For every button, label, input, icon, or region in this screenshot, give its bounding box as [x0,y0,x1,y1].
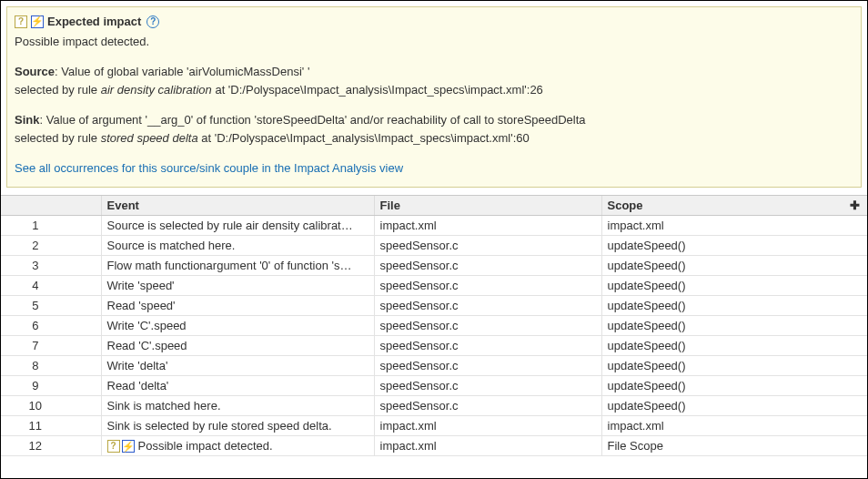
row-file: speedSensor.c [374,375,601,395]
row-scope: updateSpeed() [601,395,867,415]
row-file: speedSensor.c [374,395,601,415]
row-scope: impact.xml [601,415,867,435]
row-number: 4 [1,275,101,295]
table-row[interactable]: 3Flow math functionargument '0' of funct… [1,255,867,275]
row-file: speedSensor.c [374,295,601,315]
see-occurrences-link[interactable]: See all occurrences for this source/sink… [15,159,403,178]
table-row[interactable]: 10Sink is matched here.speedSensor.cupda… [1,395,867,415]
events-table: Event File Scope 1Source is selected by … [1,195,867,457]
row-number: 2 [1,235,101,255]
table-row[interactable]: 9Read 'delta'speedSensor.cupdateSpeed() [1,375,867,395]
row-event: Sink is selected by rule stored speed de… [101,415,374,435]
row-event-text: Possible impact detected. [138,439,273,453]
col-num[interactable] [1,195,101,215]
row-scope: updateSpeed() [601,375,867,395]
source-rule-prefix: selected by rule [15,83,101,97]
col-scope[interactable]: Scope [601,195,867,215]
help-icon[interactable]: ? [146,15,159,28]
table-row[interactable]: 1Source is selected by rule air density … [1,215,867,235]
row-number: 7 [1,335,101,355]
row-number: 3 [1,255,101,275]
table-row[interactable]: 7Read 'C'.speedspeedSensor.cupdateSpeed(… [1,335,867,355]
row-number: 10 [1,395,101,415]
impact-panel: ? ⚡ Expected impact ? Possible impact de… [6,6,862,188]
source-label: Source [15,65,55,78]
row-number: 8 [1,355,101,375]
sink-label: Sink [15,113,39,127]
table-header-row: Event File Scope [1,195,867,215]
table-row[interactable]: 5Read 'speed'speedSensor.cupdateSpeed() [1,295,867,315]
row-number: 9 [1,375,101,395]
panel-subtitle: Possible impact detected. [15,33,853,51]
row-event: ?⚡Possible impact detected. [101,435,374,456]
row-file: impact.xml [374,415,601,435]
row-scope: updateSpeed() [601,295,867,315]
source-block: Source: Value of global variable 'airVol… [15,63,853,98]
row-event: Read 'delta' [101,375,374,395]
events-table-wrap: Event File Scope 1Source is selected by … [1,195,867,457]
table-row[interactable]: 2Source is matched here.speedSensor.cupd… [1,235,867,255]
row-scope: impact.xml [601,215,867,235]
row-scope: updateSpeed() [601,255,867,275]
row-event: Sink is matched here. [101,395,374,415]
row-file: speedSensor.c [374,255,601,275]
col-file[interactable]: File [374,195,601,215]
source-text: : Value of global variable 'airVolumicMa… [55,65,309,78]
sink-rule: stored speed delta [101,131,198,145]
table-row[interactable]: 12?⚡Possible impact detected.impact.xmlF… [1,435,867,456]
source-path: at 'D:/Polyspace\Impact_analysis\Impact_… [212,83,543,97]
sink-rule-prefix: selected by rule [15,131,101,145]
col-event[interactable]: Event [101,195,374,215]
row-file: speedSensor.c [374,315,601,335]
row-number: 5 [1,295,101,315]
table-row[interactable]: 8Write 'delta'speedSensor.cupdateSpeed() [1,355,867,375]
row-number: 6 [1,315,101,335]
row-file: speedSensor.c [374,275,601,295]
row-file: impact.xml [374,215,601,235]
panel-title: Expected impact [47,13,141,31]
source-rule: air density calibration [101,83,212,97]
row-scope: updateSpeed() [601,275,867,295]
table-body: 1Source is selected by rule air density … [1,215,867,456]
row-event: Read 'C'.speed [101,335,374,355]
row-scope: updateSpeed() [601,355,867,375]
row-event: Source is selected by rule air density c… [101,215,374,235]
add-column-icon[interactable]: ✚ [850,199,860,212]
question-box-icon: ? [107,440,120,453]
row-scope: updateSpeed() [601,335,867,355]
row-scope: updateSpeed() [601,315,867,335]
table-row[interactable]: 11Sink is selected by rule stored speed … [1,415,867,435]
row-scope: updateSpeed() [601,235,867,255]
row-number: 1 [1,215,101,235]
row-file: speedSensor.c [374,335,601,355]
bolt-icon: ⚡ [31,15,44,28]
question-box-icon: ? [15,15,27,28]
table-row[interactable]: 6Write 'C'.speedspeedSensor.cupdateSpeed… [1,315,867,335]
row-number: 11 [1,415,101,435]
row-event: Write 'C'.speed [101,315,374,335]
panel-title-line: ? ⚡ Expected impact ? [15,13,853,31]
row-event: Flow math functionargument '0' of functi… [101,255,374,275]
sink-text: : Value of argument '__arg_0' of functio… [39,113,585,127]
row-event: Source is matched here. [101,235,374,255]
row-event: Read 'speed' [101,295,374,315]
row-file: impact.xml [374,435,601,456]
row-event: Write 'delta' [101,355,374,375]
row-number: 12 [1,435,101,456]
sink-block: Sink: Value of argument '__arg_0' of fun… [15,111,853,147]
row-event: Write 'speed' [101,275,374,295]
table-row[interactable]: 4Write 'speed'speedSensor.cupdateSpeed() [1,275,867,295]
row-file: speedSensor.c [374,235,601,255]
sink-path: at 'D:/Polyspace\Impact_analysis\Impact_… [198,131,530,145]
bolt-icon: ⚡ [122,440,135,453]
row-scope: File Scope [601,435,867,456]
row-file: speedSensor.c [374,355,601,375]
